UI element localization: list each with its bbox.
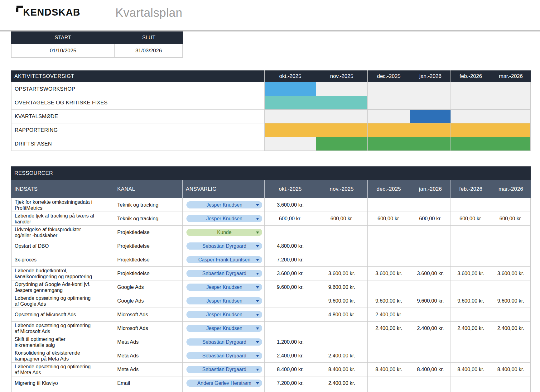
amount-cell[interactable]: 8.400,00 kr. (367, 363, 410, 376)
amount-cell[interactable] (410, 198, 451, 212)
amount-cell[interactable] (491, 308, 531, 322)
gantt-cell[interactable] (316, 137, 367, 151)
amount-cell[interactable]: 3.600,00 kr. (264, 198, 316, 212)
amount-cell[interactable] (491, 226, 531, 239)
amount-cell[interactable]: 9.600,00 kr. (264, 280, 316, 294)
amount-cell[interactable]: 3.600,00 kr. (316, 267, 367, 280)
amount-cell[interactable] (451, 376, 491, 390)
amount-cell[interactable]: 2.400,00 kr. (410, 322, 451, 335)
indsats-cell[interactable]: Tjek for korrekte omkostningsdata i Prof… (11, 198, 114, 212)
amount-cell[interactable] (367, 239, 410, 253)
indsats-cell[interactable]: Opstart af DBO (11, 239, 114, 253)
kanal-cell[interactable]: Projektledelse (114, 267, 182, 280)
kanal-cell[interactable]: Google Ads (114, 280, 182, 294)
amount-cell[interactable] (410, 390, 451, 392)
amount-cell[interactable] (491, 335, 531, 349)
amount-cell[interactable]: 8.400,00 kr. (451, 363, 491, 376)
amount-cell[interactable]: 2.400,00 kr. (367, 308, 410, 322)
gantt-cell[interactable] (316, 96, 367, 110)
ansvarlig-dropdown[interactable]: Jesper Knudsen (186, 297, 262, 304)
amount-cell[interactable]: 9.600,00 kr. (410, 294, 451, 308)
ansvarlig-dropdown[interactable]: Anders Gerlev Herstrøm (186, 380, 262, 387)
indsats-cell[interactable]: Løbende budgetkontrol, kanalkoordingerin… (11, 267, 114, 280)
amount-cell[interactable] (367, 335, 410, 349)
amount-cell[interactable] (316, 239, 367, 253)
gantt-cell[interactable] (410, 123, 451, 137)
gantt-cell[interactable] (367, 110, 410, 123)
amount-cell[interactable]: 7.200,00 kr. (264, 253, 316, 267)
ansvarlig-dropdown[interactable]: Sebastian Dyrgaard (186, 242, 262, 250)
amount-cell[interactable] (451, 308, 491, 322)
amount-cell[interactable] (451, 226, 491, 239)
amount-cell[interactable]: 3.600,00 kr. (451, 267, 491, 280)
amount-cell[interactable]: 2.400,00 kr. (264, 349, 316, 363)
indsats-cell[interactable]: Løbende opsætning og optimering af Micro… (11, 322, 114, 335)
amount-cell[interactable]: 2.400,00 kr. (491, 322, 531, 335)
amount-cell[interactable]: 3.600,00 kr. (367, 267, 410, 280)
gantt-cell[interactable] (451, 137, 491, 151)
amount-cell[interactable] (451, 280, 491, 294)
kanal-cell[interactable]: Microsoft Ads (114, 308, 182, 322)
ansvarlig-dropdown[interactable]: Jesper Knudsen (186, 215, 262, 222)
amount-cell[interactable] (451, 335, 491, 349)
kanal-cell[interactable]: Meta Ads (114, 363, 182, 376)
gantt-cell[interactable] (451, 110, 491, 123)
amount-cell[interactable] (491, 280, 531, 294)
gantt-cell[interactable] (264, 82, 316, 96)
gantt-cell[interactable] (410, 137, 451, 151)
amount-cell[interactable] (451, 239, 491, 253)
gantt-cell[interactable] (316, 82, 367, 96)
gantt-cell[interactable] (491, 110, 531, 123)
amount-cell[interactable] (410, 239, 451, 253)
indsats-cell[interactable]: Oprydning af Google Ads-konti jvf. Jespe… (11, 280, 114, 294)
amount-cell[interactable]: 600,00 kr. (264, 212, 316, 226)
kanal-cell[interactable]: Meta Ads (114, 335, 182, 349)
gantt-cell[interactable] (264, 123, 316, 137)
gantt-cell[interactable] (491, 123, 531, 137)
amount-cell[interactable] (410, 280, 451, 294)
gantt-cell[interactable] (264, 96, 316, 110)
kanal-cell[interactable]: Projektledelse (114, 253, 182, 267)
kanal-cell[interactable]: Projektledelse (114, 239, 182, 253)
amount-cell[interactable] (264, 308, 316, 322)
amount-cell[interactable] (491, 239, 531, 253)
amount-cell[interactable] (451, 253, 491, 267)
activity-row-label[interactable]: OVERTAGELSE OG KRITISKE FIXES (11, 96, 264, 110)
amount-cell[interactable] (491, 198, 531, 212)
kanal-cell[interactable]: Email (114, 376, 182, 390)
activity-row-label[interactable]: KVARTALSMØDE (11, 110, 264, 123)
gantt-cell[interactable] (264, 137, 316, 151)
amount-cell[interactable] (410, 226, 451, 239)
gantt-cell[interactable] (491, 82, 531, 96)
amount-cell[interactable] (264, 294, 316, 308)
amount-cell[interactable] (491, 253, 531, 267)
kanal-cell[interactable]: Meta Ads (114, 349, 182, 363)
indsats-cell[interactable]: Skift til optimering efter inkrementelle… (11, 335, 114, 349)
amount-cell[interactable]: 3.600,00 kr. (491, 267, 531, 280)
ansvarlig-dropdown[interactable]: Jesper Knudsen (186, 325, 262, 332)
amount-cell[interactable] (451, 198, 491, 212)
ansvarlig-dropdown[interactable]: Jesper Knudsen (186, 284, 262, 291)
kanal-cell[interactable]: Teknik og tracking (114, 212, 182, 226)
gantt-cell[interactable] (316, 110, 367, 123)
indsats-cell[interactable] (11, 390, 114, 392)
gantt-cell[interactable] (410, 82, 451, 96)
gantt-cell[interactable] (410, 96, 451, 110)
amount-cell[interactable] (316, 322, 367, 335)
amount-cell[interactable] (316, 198, 367, 212)
amount-cell[interactable] (491, 390, 531, 392)
amount-cell[interactable] (316, 226, 367, 239)
amount-cell[interactable] (451, 349, 491, 363)
ansvarlig-dropdown[interactable]: Casper Frank Lauritsen (186, 256, 262, 263)
gantt-cell[interactable] (367, 82, 410, 96)
ansvarlig-dropdown[interactable]: Jesper Knudsen (186, 311, 262, 318)
indsats-cell[interactable]: Opsætning af Microsoft Ads (11, 308, 114, 322)
ansvarlig-dropdown[interactable]: Sebastian Dyrgaard (186, 366, 262, 373)
amount-cell[interactable]: 8.400,00 kr. (264, 363, 316, 376)
amount-cell[interactable]: 600,00 kr. (410, 212, 451, 226)
gantt-cell[interactable] (491, 96, 531, 110)
ansvarlig-dropdown[interactable]: Sebastian Dyrgaard (186, 352, 262, 359)
amount-cell[interactable] (451, 390, 491, 392)
gantt-cell[interactable] (491, 137, 531, 151)
kanal-cell[interactable]: Teknik og tracking (114, 198, 182, 212)
